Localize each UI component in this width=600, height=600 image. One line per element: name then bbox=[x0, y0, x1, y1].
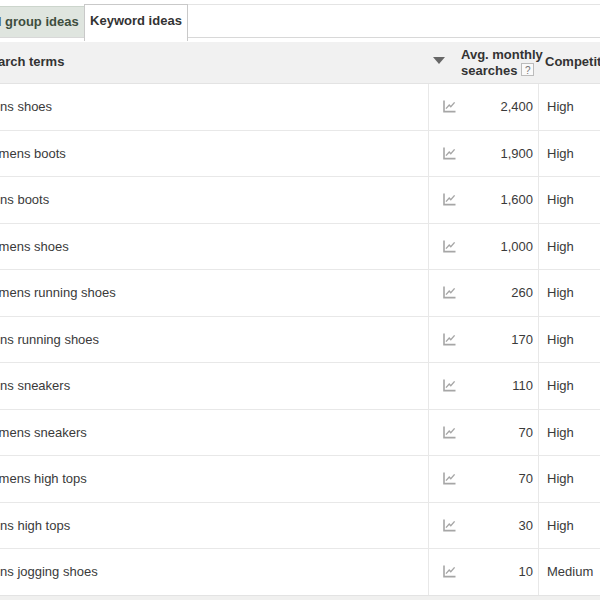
competition-value: High bbox=[547, 99, 574, 114]
trend-chart-icon[interactable] bbox=[441, 239, 457, 254]
keyword-term: womens boots bbox=[0, 146, 66, 161]
competition-value: High bbox=[547, 146, 574, 161]
competition-cell: Medium bbox=[539, 549, 600, 595]
avg-monthly-searches-value: 1,600 bbox=[457, 192, 538, 207]
competition-value: High bbox=[547, 471, 574, 486]
table-row: mens boots 1,600 High bbox=[0, 177, 600, 224]
keyword-term: mens jogging shoes bbox=[0, 564, 98, 579]
column-header-competition[interactable]: Competition bbox=[545, 54, 600, 69]
competition-cell: High bbox=[539, 456, 600, 502]
search-term-cell: mens jogging shoes bbox=[0, 549, 429, 595]
tab-keyword-ideas[interactable]: Keyword ideas bbox=[84, 4, 188, 41]
avg-monthly-searches-value: 110 bbox=[457, 378, 538, 393]
table-body: mens shoes 2,400 High womens boots bbox=[0, 84, 600, 596]
avg-monthly-searches-cell: 30 bbox=[429, 503, 539, 549]
column-header-avg-monthly-searches[interactable]: Avg. monthly searches? bbox=[461, 47, 545, 79]
search-term-cell: mens shoes bbox=[0, 84, 429, 130]
keyword-term: mens sneakers bbox=[0, 378, 70, 393]
table-row: mens high tops 30 High bbox=[0, 503, 600, 550]
competition-value: High bbox=[547, 192, 574, 207]
tab-bar: Ad group ideas Keyword ideas bbox=[0, 5, 600, 37]
avg-monthly-searches-value: 260 bbox=[457, 285, 538, 300]
search-term-cell: womens high tops bbox=[0, 456, 429, 502]
competition-value: Medium bbox=[547, 564, 593, 579]
keyword-term: womens shoes bbox=[0, 239, 69, 254]
competition-cell: High bbox=[539, 84, 600, 130]
tab-ad-group-ideas-label: Ad group ideas bbox=[0, 14, 79, 29]
competition-cell: High bbox=[539, 224, 600, 270]
avg-monthly-searches-cell: 1,600 bbox=[429, 177, 539, 223]
keyword-term: mens boots bbox=[0, 192, 49, 207]
tab-bar-top-divider bbox=[188, 4, 600, 5]
keyword-term: womens high tops bbox=[0, 471, 87, 486]
avg-monthly-searches-cell: 1,000 bbox=[429, 224, 539, 270]
avg-monthly-searches-cell: 110 bbox=[429, 363, 539, 409]
search-term-cell: womens shoes bbox=[0, 224, 429, 270]
avg-monthly-searches-value: 1,900 bbox=[457, 146, 538, 161]
trend-chart-icon[interactable] bbox=[441, 564, 457, 579]
keyword-planner-results: Ad group ideas Keyword ideas Search term… bbox=[0, 0, 600, 600]
avg-monthly-searches-value: 10 bbox=[457, 564, 538, 579]
table-row: womens running shoes 260 High bbox=[0, 270, 600, 317]
competition-cell: High bbox=[539, 177, 600, 223]
table-row: womens sneakers 70 High bbox=[0, 410, 600, 457]
search-term-cell: mens sneakers bbox=[0, 363, 429, 409]
competition-cell: High bbox=[539, 503, 600, 549]
table-row: mens running shoes 170 High bbox=[0, 317, 600, 364]
competition-value: High bbox=[547, 285, 574, 300]
avg-monthly-searches-cell: 2,400 bbox=[429, 84, 539, 130]
trend-chart-icon[interactable] bbox=[441, 146, 457, 161]
avg-monthly-searches-cell: 260 bbox=[429, 270, 539, 316]
competition-cell: High bbox=[539, 363, 600, 409]
competition-cell: High bbox=[539, 410, 600, 456]
trend-chart-icon[interactable] bbox=[441, 332, 457, 347]
table-header: Search terms Avg. monthly searches? Comp… bbox=[0, 42, 600, 84]
search-term-cell: womens sneakers bbox=[0, 410, 429, 456]
competition-value: High bbox=[547, 378, 574, 393]
competition-value: High bbox=[547, 332, 574, 347]
trend-chart-icon[interactable] bbox=[441, 378, 457, 393]
competition-cell: High bbox=[539, 317, 600, 363]
help-icon[interactable]: ? bbox=[521, 63, 534, 76]
avg-monthly-searches-value: 2,400 bbox=[457, 99, 538, 114]
column-header-search-terms[interactable]: Search terms bbox=[0, 54, 64, 69]
trend-chart-icon[interactable] bbox=[441, 471, 457, 486]
avg-monthly-searches-value: 70 bbox=[457, 425, 538, 440]
trend-chart-icon[interactable] bbox=[441, 285, 457, 300]
avg-monthly-searches-value: 30 bbox=[457, 518, 538, 533]
trend-chart-icon[interactable] bbox=[441, 518, 457, 533]
avg-monthly-searches-cell: 1,900 bbox=[429, 131, 539, 177]
keyword-term: mens high tops bbox=[0, 518, 70, 533]
trend-chart-icon[interactable] bbox=[441, 99, 457, 114]
keyword-term: mens shoes bbox=[0, 99, 52, 114]
avg-monthly-searches-value: 70 bbox=[457, 471, 538, 486]
avg-monthly-label-line2: searches bbox=[461, 63, 517, 78]
table-row: womens shoes 1,000 High bbox=[0, 224, 600, 271]
avg-monthly-searches-value: 170 bbox=[457, 332, 538, 347]
tab-keyword-ideas-label: Keyword ideas bbox=[90, 13, 182, 28]
competition-cell: High bbox=[539, 131, 600, 177]
search-term-cell: womens running shoes bbox=[0, 270, 429, 316]
table-row: womens boots 1,900 High bbox=[0, 131, 600, 178]
keyword-term: mens running shoes bbox=[0, 332, 99, 347]
table-footer-edge bbox=[0, 595, 600, 600]
search-term-cell: womens boots bbox=[0, 131, 429, 177]
table-row: mens jogging shoes 10 Medium bbox=[0, 549, 600, 596]
table-row: mens sneakers 110 High bbox=[0, 363, 600, 410]
sort-descending-icon[interactable] bbox=[433, 57, 445, 64]
avg-monthly-searches-cell: 70 bbox=[429, 456, 539, 502]
search-term-cell: mens running shoes bbox=[0, 317, 429, 363]
avg-monthly-searches-value: 1,000 bbox=[457, 239, 538, 254]
competition-cell: High bbox=[539, 270, 600, 316]
avg-monthly-label-line1: Avg. monthly bbox=[461, 47, 543, 62]
trend-chart-icon[interactable] bbox=[441, 425, 457, 440]
competition-value: High bbox=[547, 518, 574, 533]
avg-monthly-searches-cell: 10 bbox=[429, 549, 539, 595]
competition-value: High bbox=[547, 425, 574, 440]
table-row: mens shoes 2,400 High bbox=[0, 84, 600, 131]
keyword-term: womens running shoes bbox=[0, 285, 116, 300]
table-row: womens high tops 70 High bbox=[0, 456, 600, 503]
avg-monthly-searches-cell: 70 bbox=[429, 410, 539, 456]
trend-chart-icon[interactable] bbox=[441, 192, 457, 207]
avg-monthly-searches-cell: 170 bbox=[429, 317, 539, 363]
